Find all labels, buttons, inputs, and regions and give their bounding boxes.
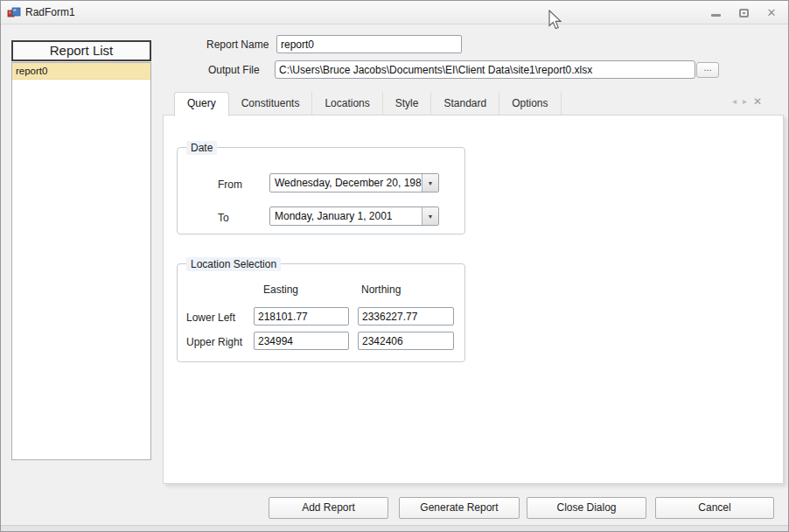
- from-dropdown-icon[interactable]: ▼: [422, 174, 438, 192]
- from-date-value: Wednesday, December 20, 1989: [270, 174, 422, 192]
- to-date-value: Monday, January 1, 2001: [270, 207, 422, 225]
- app-window: RadForm1 ✕ Report List report0 Report Na…: [0, 0, 789, 532]
- tab-close-icon[interactable]: ✕: [753, 96, 762, 107]
- tab-options[interactable]: Options: [499, 92, 561, 115]
- tab-scroll-left-icon[interactable]: ◂: [732, 97, 737, 106]
- upper-right-northing-input[interactable]: [358, 332, 454, 350]
- tab-nav: ◂ ▸ ✕: [732, 96, 762, 107]
- location-group-title: Location Selection: [186, 257, 281, 271]
- close-button[interactable]: ✕: [764, 5, 779, 21]
- tab-query[interactable]: Query: [174, 92, 229, 116]
- to-label: To: [218, 212, 229, 224]
- tab-scroll-right-icon[interactable]: ▸: [743, 97, 747, 106]
- minimize-icon: [711, 14, 721, 17]
- upper-right-label: Upper Right: [186, 336, 242, 348]
- lower-left-northing-input[interactable]: [358, 307, 454, 326]
- date-group: Date From Wednesday, December 20, 1989 ▼…: [177, 147, 465, 234]
- title-bar[interactable]: RadForm1 ✕: [1, 1, 788, 24]
- location-selection-group: Location Selection Easting Northing Lowe…: [177, 263, 465, 362]
- add-report-button[interactable]: Add Report: [269, 497, 388, 519]
- close-dialog-button[interactable]: Close Dialog: [527, 497, 646, 519]
- window-title: RadForm1: [25, 1, 75, 24]
- from-label: From: [218, 178, 242, 191]
- maximize-button[interactable]: [736, 5, 751, 21]
- northing-header: Northing: [361, 284, 401, 296]
- tab-style[interactable]: Style: [382, 92, 431, 115]
- report-list-header: Report List: [11, 40, 151, 61]
- app-icon: [7, 6, 21, 20]
- close-icon: ✕: [767, 7, 777, 18]
- report-list-item[interactable]: report0: [12, 63, 150, 80]
- tab-locations[interactable]: Locations: [311, 92, 381, 115]
- browse-button[interactable]: ...: [696, 62, 719, 78]
- date-group-title: Date: [186, 141, 217, 155]
- tab-strip: Query Constituents Locations Style Stand…: [174, 92, 562, 116]
- window-bottom-edge: [1, 525, 788, 531]
- from-date-picker[interactable]: Wednesday, December 20, 1989 ▼: [269, 173, 439, 192]
- tab-standard[interactable]: Standard: [430, 92, 499, 115]
- cancel-button[interactable]: Cancel: [655, 497, 774, 519]
- report-name-label: Report Name: [206, 38, 269, 51]
- to-dropdown-icon[interactable]: ▼: [422, 207, 438, 225]
- upper-right-easting-input[interactable]: [254, 332, 349, 350]
- maximize-icon: [739, 9, 749, 18]
- to-date-picker[interactable]: Monday, January 1, 2001 ▼: [269, 206, 439, 226]
- report-name-input[interactable]: [276, 35, 462, 53]
- minimize-button[interactable]: [708, 5, 723, 21]
- output-file-label: Output File: [208, 64, 260, 76]
- report-list[interactable]: report0: [11, 62, 151, 460]
- lower-left-easting-input[interactable]: [254, 307, 349, 326]
- output-file-input[interactable]: [275, 60, 695, 79]
- lower-left-label: Lower Left: [186, 312, 235, 324]
- tab-constituents[interactable]: Constituents: [229, 92, 312, 115]
- easting-header: Easting: [263, 284, 298, 296]
- generate-report-button[interactable]: Generate Report: [399, 497, 520, 519]
